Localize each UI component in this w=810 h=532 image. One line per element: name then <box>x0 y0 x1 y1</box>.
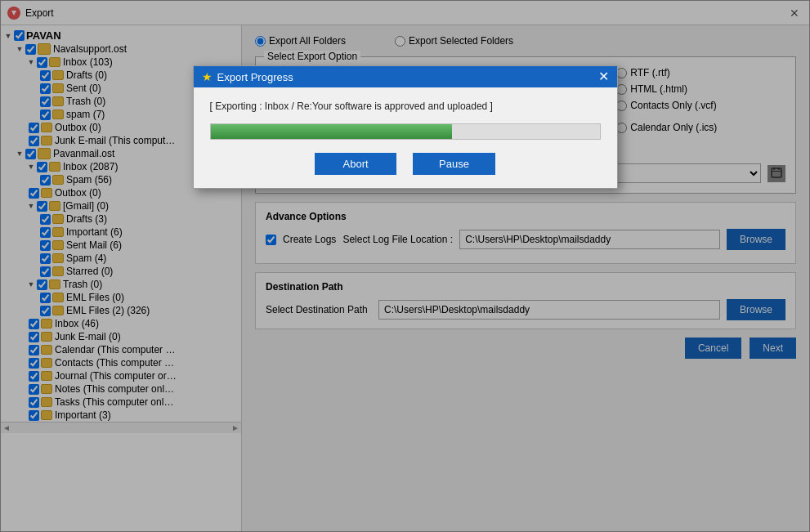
pause-button[interactable]: Pause <box>413 153 495 175</box>
abort-button[interactable]: Abort <box>315 153 396 175</box>
progress-bar-container <box>210 123 601 140</box>
export-progress-modal: ★ Export Progress ✕ [ Exporting : Inbox … <box>193 65 618 189</box>
modal-title: Export Progress <box>217 71 293 83</box>
main-window: Export ✕ ▼ PAVAN ▼ Navalsupport.ost ▼ <box>0 0 810 532</box>
progress-bar-fill <box>211 124 452 139</box>
modal-title-left: ★ Export Progress <box>202 70 293 83</box>
modal-overlay: ★ Export Progress ✕ [ Exporting : Inbox … <box>0 0 810 532</box>
modal-buttons: Abort Pause <box>210 153 601 175</box>
modal-body: [ Exporting : Inbox / Re:Your software i… <box>194 87 617 188</box>
modal-icon: ★ <box>202 70 213 83</box>
export-message: [ Exporting : Inbox / Re:Your software i… <box>210 101 601 112</box>
modal-title-bar: ★ Export Progress ✕ <box>194 66 617 87</box>
modal-close-button[interactable]: ✕ <box>598 70 609 83</box>
